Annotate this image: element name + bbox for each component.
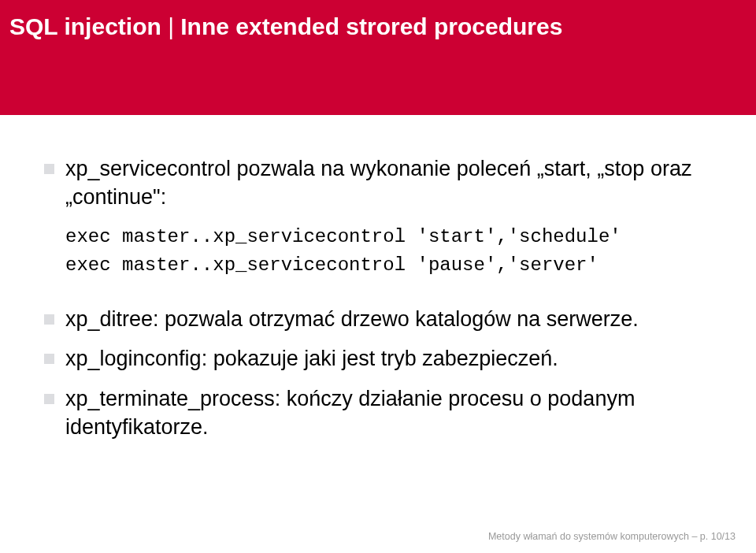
list-item: xp_ditree: pozwala otrzymać drzewo katal… [44, 305, 712, 333]
list-item-body: xp_servicecontrol pozwala na wykonanie p… [65, 154, 712, 294]
bullet-icon [44, 354, 54, 364]
slide-header: SQL injection | Inne extended strored pr… [0, 0, 756, 115]
list-item-text: xp_terminate_process: kończy działanie p… [65, 384, 712, 442]
bullet-icon [44, 394, 54, 404]
list-item: xp_loginconfig: pokazuje jaki jest tryb … [44, 344, 712, 373]
code-block: exec master..xp_servicecontrol 'start','… [65, 223, 712, 280]
list-item-body: xp_loginconfig: pokazuje jaki jest tryb … [65, 344, 712, 373]
title-prefix: SQL injection [9, 13, 161, 39]
list-item-body: xp_ditree: pozwala otrzymać drzewo katal… [65, 305, 712, 333]
slide-content: xp_servicecontrol pozwala na wykonanie p… [0, 115, 756, 442]
list-item-body: xp_terminate_process: kończy działanie p… [65, 384, 712, 442]
list-item-text: xp_loginconfig: pokazuje jaki jest tryb … [65, 344, 712, 373]
bullet-icon [44, 164, 54, 174]
list-item-text: xp_ditree: pozwala otrzymać drzewo katal… [65, 305, 712, 333]
title-rest: Inne extended strored procedures [180, 13, 562, 39]
slide-footer: Metody włamań do systemów komputerowych … [488, 531, 736, 542]
slide-title: SQL injection | Inne extended strored pr… [9, 13, 740, 41]
title-separator: | [161, 13, 180, 39]
bullet-icon [44, 314, 54, 325]
list-item-text: xp_servicecontrol pozwala na wykonanie p… [65, 154, 712, 212]
list-item: xp_terminate_process: kończy działanie p… [44, 384, 712, 442]
list-item: xp_servicecontrol pozwala na wykonanie p… [44, 154, 712, 294]
